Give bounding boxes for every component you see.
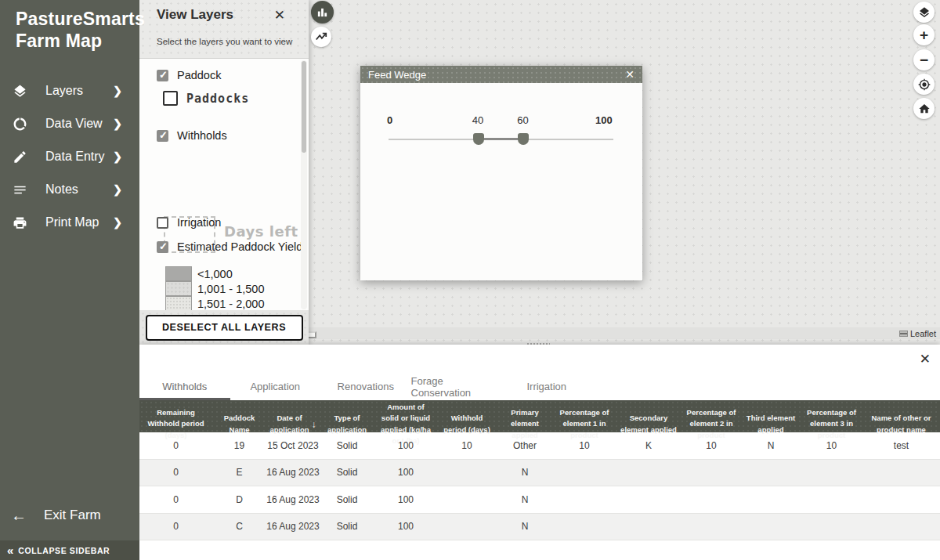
feed-wedge-header[interactable]: Feed Wedge ✕ xyxy=(360,66,642,83)
layer-label: Paddocks xyxy=(186,92,249,106)
zoom-in-button[interactable]: + xyxy=(913,24,935,45)
attribution-label[interactable]: Leaflet xyxy=(910,329,936,338)
table-cell: 10 xyxy=(437,432,497,459)
scrollbar-thumb[interactable] xyxy=(302,61,306,153)
checkbox-icon[interactable] xyxy=(157,70,168,81)
sidebar-item-layers[interactable]: Layers❯ xyxy=(0,74,139,107)
plus-icon: + xyxy=(920,27,928,42)
bar-chart-icon xyxy=(316,6,328,18)
slider-handle-1[interactable] xyxy=(473,133,484,145)
checkbox-icon[interactable] xyxy=(163,91,178,106)
double-chevron-left-icon: « xyxy=(7,544,13,557)
yield-swatch-icon xyxy=(165,266,192,281)
table-row[interactable]: 01915 Oct 2023Solid10010Other10K10N10tes… xyxy=(139,432,940,460)
table-row[interactable]: 0C16 Aug 2023Solid100N xyxy=(139,514,940,541)
bar-chart-button[interactable] xyxy=(311,1,334,23)
yield-legend-item: <1,000 xyxy=(165,266,264,281)
yield-legend-label: <1,000 xyxy=(197,268,233,280)
table-cell: N xyxy=(497,486,553,513)
sidebar: PastureSmarts Farm Map Layers❯Data View❯… xyxy=(0,0,139,560)
sort-descending-icon[interactable]: ↓ xyxy=(312,417,316,432)
yield-legend-label: 1,501 - 2,000 xyxy=(197,298,264,310)
table-cell: 19 xyxy=(212,432,266,459)
table-cell: Solid xyxy=(320,514,374,540)
tab-forage-conservation[interactable]: Forage Conservation xyxy=(411,373,502,400)
layer-checkbox-withholds[interactable]: Withholds xyxy=(157,129,227,142)
table-cell: 0 xyxy=(139,514,212,540)
tab-irrigation[interactable]: Irrigation xyxy=(501,373,592,400)
table-cell xyxy=(553,486,616,513)
table-cell xyxy=(437,514,497,540)
notes-icon xyxy=(11,181,28,198)
close-icon[interactable]: ✕ xyxy=(274,7,285,23)
printer-icon xyxy=(11,214,28,231)
slider-handle1-label: 40 xyxy=(472,114,483,126)
back-arrow-icon: ← xyxy=(11,507,27,525)
table-cell xyxy=(437,486,497,513)
table-cell: D xyxy=(212,486,266,513)
table-cell xyxy=(862,460,940,486)
sidebar-item-label: Notes xyxy=(45,182,78,197)
table-row[interactable]: 0E16 Aug 2023Solid100N xyxy=(139,460,940,487)
data-panel-tabs: WithholdsApplicationRenovationsForage Co… xyxy=(139,373,592,400)
close-icon[interactable]: ✕ xyxy=(625,68,634,81)
checkbox-icon[interactable] xyxy=(157,241,168,253)
view-layers-body: Paddock Paddocks Withholds Days left Irr… xyxy=(139,60,309,310)
chevron-right-icon: ❯ xyxy=(113,216,122,229)
sidebar-item-notes[interactable]: Notes❯ xyxy=(0,173,139,206)
layer-checkbox-estimated-paddock-yield[interactable]: Estimated Paddock Yield xyxy=(157,240,302,253)
sidebar-item-label: Data Entry xyxy=(45,150,105,164)
sidebar-item-print-map[interactable]: Print Map❯ xyxy=(0,206,139,239)
tab-renovations[interactable]: Renovations xyxy=(320,373,411,400)
table-cell: 100 xyxy=(374,432,437,459)
table-cell xyxy=(801,486,862,513)
table-cell: 10 xyxy=(682,432,741,459)
table-cell xyxy=(437,460,497,486)
checkbox-icon[interactable] xyxy=(157,130,168,142)
zoom-out-button[interactable]: − xyxy=(913,49,935,70)
layer-label: Irrigation xyxy=(177,216,221,229)
slider-handle-2[interactable] xyxy=(518,133,529,145)
locate-button[interactable] xyxy=(913,74,935,95)
table-cell: K xyxy=(616,432,682,459)
slider-active-range xyxy=(479,138,523,140)
tab-application[interactable]: Application xyxy=(230,373,321,400)
sidebar-item-data-view[interactable]: Data View❯ xyxy=(0,107,139,140)
map-layers-button[interactable] xyxy=(913,2,935,23)
exit-farm-button[interactable]: ← Exit Farm xyxy=(0,500,139,531)
table-cell: N xyxy=(497,514,553,540)
table-cell: test xyxy=(862,432,940,459)
minus-icon: − xyxy=(920,52,928,67)
checkbox-icon[interactable] xyxy=(157,217,168,229)
table-cell xyxy=(741,514,801,540)
tab-withholds[interactable]: Withholds xyxy=(139,373,230,400)
sidebar-item-data-entry[interactable]: Data Entry❯ xyxy=(0,140,139,173)
layer-checkbox-irrigation[interactable]: Irrigation xyxy=(157,216,221,229)
layers-icon xyxy=(11,82,28,99)
slider-min-label: 0 xyxy=(387,114,392,126)
table-cell xyxy=(553,514,616,540)
table-cell: Solid xyxy=(320,486,374,513)
home-button[interactable] xyxy=(913,98,935,119)
yield-legend: <1,0001,001 - 1,5001,501 - 2,000 xyxy=(165,266,264,310)
deselect-all-layers-button[interactable]: DESELECT ALL LAYERS xyxy=(146,315,303,341)
chevron-right-icon: ❯ xyxy=(113,117,122,130)
table-row[interactable]: 0D16 Aug 2023Solid100N xyxy=(139,486,940,514)
app-title: PastureSmarts Farm Map xyxy=(16,8,145,52)
leaflet-flag-icon xyxy=(899,331,908,337)
table-cell: 15 Oct 2023 xyxy=(266,432,320,459)
app-title-line2: Farm Map xyxy=(16,30,145,52)
table-cell xyxy=(682,486,741,513)
multiline-chart-icon xyxy=(315,31,327,43)
close-icon[interactable]: ✕ xyxy=(920,351,931,367)
yield-legend-item: 1,001 - 1,500 xyxy=(165,281,264,296)
collapse-sidebar-button[interactable]: « COLLAPSE SIDEBAR xyxy=(0,540,139,560)
panel-scrollbar[interactable] xyxy=(301,60,307,309)
table-cell: 0 xyxy=(139,432,212,459)
layer-checkbox-paddock[interactable]: Paddock xyxy=(157,69,221,81)
table-cell: 100 xyxy=(374,514,437,540)
layer-checkbox-paddocks[interactable]: Paddocks xyxy=(163,91,249,106)
trend-chart-button[interactable] xyxy=(311,27,331,47)
table-cell: 10 xyxy=(553,432,616,459)
slider-handle2-label: 60 xyxy=(517,114,528,126)
